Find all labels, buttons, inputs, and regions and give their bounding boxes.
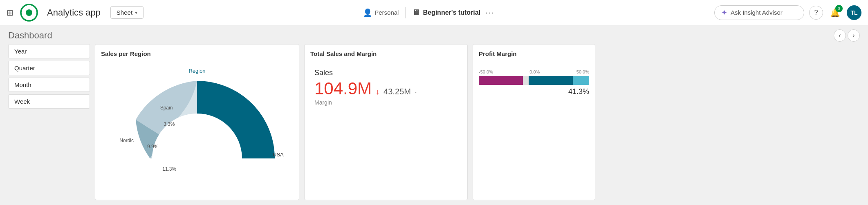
profit-bar-negative: [479, 76, 523, 85]
sheet-navigation: ‹ ›: [834, 29, 860, 42]
sales-arrow-icon: ↓: [376, 88, 379, 96]
tutorial-section: 🖥 Beginner's tutorial: [412, 8, 480, 17]
chevron-right-icon: ›: [852, 32, 855, 39]
axis-label-neg: -50.0%: [479, 69, 493, 74]
total-sales-content: Sales 104.9M ↓ 43.25M · Margin: [310, 60, 462, 114]
sheet-button[interactable]: Sheet ▾: [110, 6, 144, 19]
axis-label-pos: 50.0%: [576, 69, 589, 74]
margin-value: 43.25M: [384, 87, 411, 96]
axis-label-mid: 0.0%: [529, 69, 540, 74]
svg-text:11.3%: 11.3%: [162, 166, 176, 172]
personal-menu[interactable]: 👤 Personal: [363, 8, 399, 17]
insight-advisor-label: Ask Insight Advisor: [731, 9, 783, 16]
sales-value-row: 104.9M ↓ 43.25M ·: [314, 79, 458, 98]
chevron-down-icon: ▾: [135, 10, 137, 16]
help-button[interactable]: ?: [809, 6, 823, 20]
filter-week[interactable]: Week: [8, 94, 90, 109]
svg-text:Region: Region: [188, 68, 205, 74]
dashboard-content: Year Quarter Month Week Sales per Region…: [0, 44, 868, 205]
svg-text:Spain: Spain: [160, 105, 173, 111]
notification-badge: 3: [835, 5, 843, 12]
question-icon: ?: [814, 9, 818, 17]
app-title: Analytics app: [47, 7, 101, 18]
dashboard-header: Dashboard ‹ ›: [0, 25, 868, 44]
person-icon: 👤: [363, 8, 372, 17]
filter-quarter[interactable]: Quarter: [8, 61, 90, 75]
next-sheet-button[interactable]: ›: [848, 29, 860, 42]
grid-icon[interactable]: ⊞: [7, 8, 13, 18]
filter-sidebar: Year Quarter Month Week: [8, 44, 90, 200]
profit-axis: -50.0% 0.0% 50.0%: [479, 69, 589, 74]
filter-month[interactable]: Month: [8, 78, 90, 92]
sales-label: Sales: [314, 69, 458, 77]
prev-sheet-button[interactable]: ‹: [834, 29, 846, 42]
margin-suffix: ·: [415, 88, 417, 96]
insight-advisor-button[interactable]: ✦ Ask Insight Advisor: [714, 5, 804, 20]
profit-bar-positive: [529, 76, 573, 85]
personal-label: Personal: [375, 9, 399, 16]
total-sales-card: Total Sales and Margin Sales 104.9M ↓ 43…: [304, 44, 468, 200]
profit-bar-track: [479, 76, 589, 85]
svg-point-1: [26, 9, 32, 16]
qlik-logo[interactable]: [20, 4, 38, 22]
notifications-button[interactable]: 🔔 3: [828, 6, 842, 20]
dashboard: Dashboard ‹ › Year Quarter Month Week: [0, 25, 868, 205]
svg-text:USA: USA: [273, 152, 284, 158]
sparkle-icon: ✦: [721, 8, 727, 17]
charts-area: Sales per Region Region: [95, 44, 860, 200]
filter-year[interactable]: Year: [8, 44, 90, 58]
total-sales-title: Total Sales and Margin: [310, 50, 462, 57]
tutorial-label[interactable]: Beginner's tutorial: [423, 9, 480, 16]
profit-bar-container: -50.0% 0.0% 50.0% 41.3%: [479, 69, 589, 96]
svg-text:45.5%: 45.5%: [246, 166, 260, 172]
monitor-icon: 🖥: [412, 8, 419, 17]
profit-margin-card: Profit Margin -50.0% 0.0% 50.0% 41.3%: [473, 44, 595, 200]
chevron-left-icon: ‹: [839, 32, 841, 39]
more-options-button[interactable]: ···: [485, 8, 495, 17]
dashboard-title: Dashboard: [8, 30, 52, 41]
margin-label: Margin: [314, 99, 458, 106]
top-navigation: ⊞ Analytics app Sheet ▾ 👤 Personal 🖥 Beg…: [0, 0, 868, 25]
svg-text:3.3%: 3.3%: [164, 121, 175, 127]
sales-per-region-card: Sales per Region Region: [95, 44, 299, 200]
divider: [405, 7, 406, 18]
sheet-label: Sheet: [117, 9, 132, 16]
profit-margin-title: Profit Margin: [479, 50, 589, 57]
svg-text:Nordic: Nordic: [119, 138, 134, 143]
region-chart-title: Sales per Region: [101, 50, 293, 57]
user-avatar[interactable]: TL: [847, 5, 861, 20]
donut-chart: Region: [101, 60, 293, 175]
profit-bar-neutral: [523, 76, 529, 85]
profit-value: 41.3%: [479, 87, 589, 96]
sales-big-value: 104.9M: [314, 79, 372, 98]
svg-text:9.9%: 9.9%: [147, 144, 159, 149]
profit-bar-accent: [573, 76, 590, 85]
